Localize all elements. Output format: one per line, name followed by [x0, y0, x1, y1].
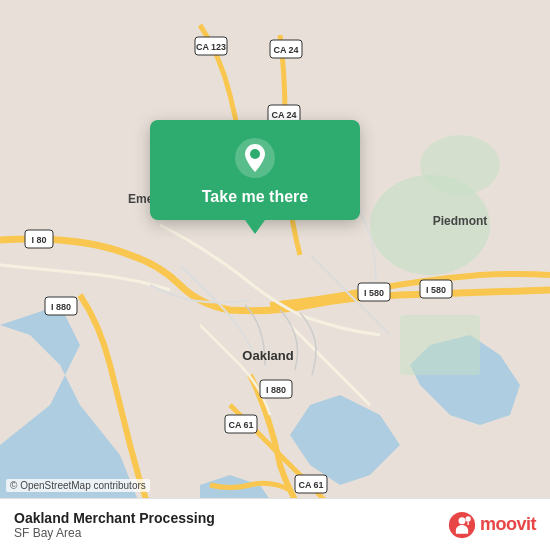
svg-point-32 — [250, 149, 260, 159]
svg-text:CA 24: CA 24 — [271, 110, 296, 120]
svg-text:I 580: I 580 — [426, 285, 446, 295]
svg-text:I 80: I 80 — [31, 235, 46, 245]
moovit-brand-text: moovit — [480, 514, 536, 535]
svg-rect-7 — [400, 315, 480, 375]
svg-point-6 — [420, 135, 500, 195]
svg-text:CA 61: CA 61 — [228, 420, 253, 430]
map-background: I 80 I 880 I 880 I 580 I 580 CA 24 CA 24… — [0, 0, 550, 550]
bottom-bar: Oakland Merchant Processing SF Bay Area … — [0, 498, 550, 550]
location-name: Oakland Merchant Processing — [14, 510, 215, 526]
svg-text:CA 24: CA 24 — [273, 45, 298, 55]
navigation-popup[interactable]: Take me there — [150, 120, 360, 220]
svg-text:I 880: I 880 — [266, 385, 286, 395]
svg-text:I 880: I 880 — [51, 302, 71, 312]
svg-text:Piedmont: Piedmont — [433, 214, 488, 228]
svg-point-35 — [465, 516, 470, 521]
map-container: I 80 I 880 I 880 I 580 I 580 CA 24 CA 24… — [0, 0, 550, 550]
location-pin-icon — [233, 136, 277, 180]
svg-text:Oakland: Oakland — [242, 348, 293, 363]
location-info: Oakland Merchant Processing SF Bay Area — [14, 510, 215, 540]
svg-text:I 580: I 580 — [364, 288, 384, 298]
svg-point-34 — [458, 517, 465, 524]
svg-text:CA 61: CA 61 — [298, 480, 323, 490]
moovit-brand-icon — [448, 511, 476, 539]
copyright-text: © OpenStreetMap contributors — [6, 479, 150, 492]
moovit-logo[interactable]: moovit — [448, 511, 536, 539]
location-subtext: SF Bay Area — [14, 526, 215, 540]
popup-label: Take me there — [202, 188, 308, 206]
svg-text:CA 123: CA 123 — [196, 42, 226, 52]
